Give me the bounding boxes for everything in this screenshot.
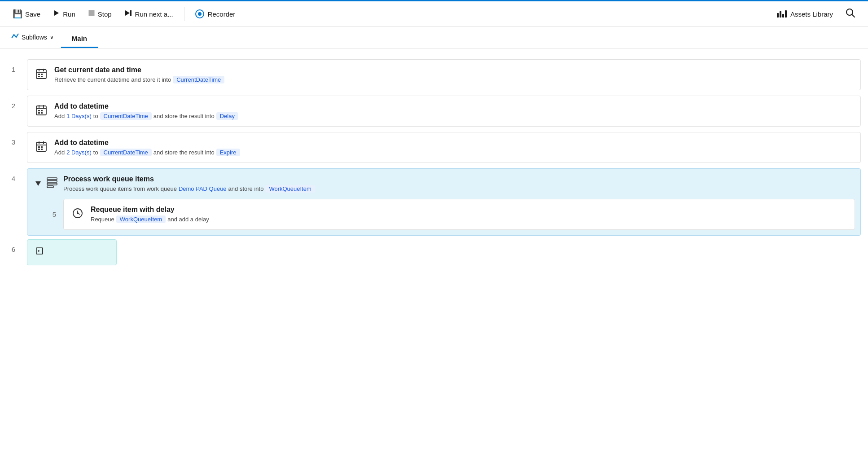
svg-rect-27 [41,146,43,148]
subflows-label: Subflows [22,34,47,41]
search-button[interactable] [840,5,861,23]
svg-rect-11 [41,74,43,75]
subflows-icon [11,33,20,42]
step-desc-5: Requeue WorkQueueItem and add a delay [91,215,846,223]
desc-add-2: Add [54,113,65,119]
canvas: 1 Get current date and time Retrieve the [0,48,868,457]
queue-name: Demo PAD Queue [179,185,227,192]
save-button[interactable]: 💾 Save [7,6,46,22]
var-badge-CurrentDateTime-2: CurrentDateTime [100,112,152,120]
svg-rect-31 [47,180,57,182]
var-badge-CurrentDateTime-3: CurrentDateTime [100,149,152,156]
run-icon [53,9,60,19]
var-badge-CurrentDateTime-1: CurrentDateTime [173,76,224,83]
svg-marker-0 [54,10,59,16]
assets-icon [777,10,787,18]
svg-rect-34 [47,186,53,188]
svg-marker-38 [38,250,40,252]
flow-row-4: 4 Process work queue ite [0,167,868,236]
step-card-1[interactable]: Get current date and time Retrieve the c… [27,59,861,90]
svg-rect-32 [47,178,57,180]
main-tab[interactable]: Main [61,30,98,48]
requeue-icon [72,207,83,222]
toolbar: 💾 Save Run Stop Run next a... [0,0,868,27]
svg-line-5 [852,14,855,17]
desc-requeue-5: Requeue [91,216,114,223]
calendar-icon-2 [35,104,47,119]
step-content-3: Add to datetime Add 2 Days(s) to Current… [54,139,852,156]
flow-row-1: 1 Get current date and time Retrieve the [0,57,868,92]
desc-store-3: and store the result into [153,149,215,156]
end-icon [35,246,45,259]
save-icon: 💾 [13,9,22,19]
step-card-2[interactable]: Add to datetime Add 1 Days(s) to Current… [27,96,861,127]
step-num-5: 5 [49,211,60,218]
step-desc-1: Retrieve the current datetime and store … [54,76,852,83]
step-num-4: 4 [0,167,27,236]
toolbar-divider [184,7,184,21]
desc-delay-5: and add a delay [167,216,209,223]
var-badge-WorkQueueItem-5: WorkQueueItem [116,215,166,223]
run-next-icon [124,9,132,19]
desc-days-3: 2 Days(s) [66,149,92,156]
search-icon [846,10,855,20]
flow-row-2: 2 Add to datetime Add 1 Days(s) [0,94,868,128]
svg-marker-2 [125,10,130,16]
collapse-icon[interactable] [35,180,41,187]
svg-rect-3 [130,10,132,16]
calendar-icon-3 [35,141,47,155]
svg-rect-13 [41,76,43,77]
stop-label: Stop [98,10,112,18]
run-next-label: Run next a... [135,10,173,18]
svg-rect-26 [38,146,40,148]
svg-rect-20 [38,112,40,114]
step-num-6: 6 [0,237,27,253]
desc-store-2: and store the result into [153,113,215,119]
assets-label: Assets Library [790,10,833,18]
recorder-button[interactable]: Recorder [190,7,241,21]
run-label: Run [63,10,75,18]
step-card-3[interactable]: Add to datetime Add 2 Days(s) to Current… [27,132,861,163]
stop-button[interactable]: Stop [83,7,117,22]
svg-rect-12 [38,76,40,77]
process-block-4[interactable]: Process work queue items Process work qu… [27,168,861,236]
svg-rect-18 [38,110,40,111]
run-button[interactable]: Run [48,7,81,22]
desc-to-2: to [93,113,98,119]
step-num-1: 1 [0,57,27,73]
svg-rect-10 [38,74,40,75]
chevron-down-icon: ∨ [50,34,54,40]
desc-process-4: Process work queue items from work queue [63,185,177,192]
calendar-icon-1 [35,68,47,82]
step-title-5: Requeue item with delay [91,206,846,214]
desc-add-3: Add [54,149,65,156]
svg-rect-33 [47,183,57,185]
svg-rect-28 [38,149,40,150]
recorder-label: Recorder [208,10,236,18]
step-desc-text-1: Retrieve the current datetime and store … [54,76,171,83]
assets-button[interactable]: Assets Library [772,8,838,21]
subflows-button[interactable]: Subflows ∨ [4,28,61,46]
svg-rect-29 [41,149,43,150]
step-num-2: 2 [0,94,27,110]
svg-rect-21 [41,112,43,114]
step-title-4: Process work queue items [63,175,852,183]
step-card-6[interactable] [27,239,117,265]
step-content-1: Get current date and time Retrieve the c… [54,66,852,83]
run-next-button[interactable]: Run next a... [119,7,179,22]
main-tab-label: Main [72,35,87,42]
var-badge-Delay: Delay [216,112,238,120]
queue-icon [46,177,58,191]
var-badge-Expire: Expire [216,149,240,156]
desc-days-2: 1 Days(s) [66,113,92,119]
svg-rect-1 [89,10,94,16]
flow-row-6: 6 [0,237,868,267]
step-title-3: Add to datetime [54,139,852,147]
svg-point-36 [77,212,79,214]
svg-marker-30 [35,181,41,186]
step-content-2: Add to datetime Add 1 Days(s) to Current… [54,102,852,120]
var-badge-WorkQueueItem: WorkQueueItem [265,185,315,193]
step-card-5[interactable]: Requeue item with delay Requeue WorkQueu… [63,199,855,230]
step-desc-2: Add 1 Days(s) to CurrentDateTime and sto… [54,112,852,120]
recorder-icon [195,9,204,18]
